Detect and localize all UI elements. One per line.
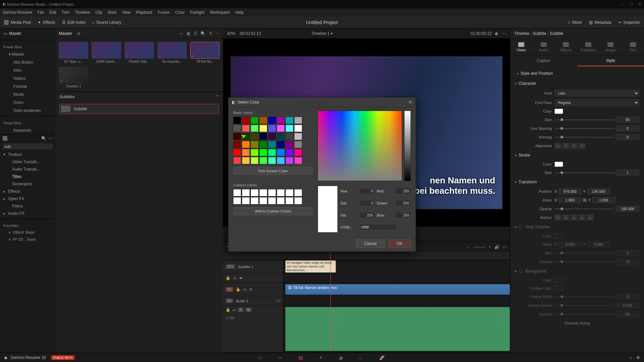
html-input[interactable] [359, 224, 396, 230]
color-swatch[interactable] [277, 133, 285, 140]
a1-track-controls[interactable]: 🔒 ▭ S M 1 Clip [223, 306, 283, 352]
search-icon[interactable]: 🔍 [201, 31, 206, 36]
blue-input[interactable] [395, 212, 411, 218]
disable-icon[interactable]: ⊘ [249, 287, 252, 292]
hue-input[interactable] [359, 188, 375, 194]
color-swatch[interactable] [294, 149, 302, 156]
color-swatch[interactable] [285, 149, 293, 156]
custom-color-slot[interactable] [277, 197, 285, 204]
page-fusion-icon[interactable]: ✦ [319, 355, 325, 360]
tl-zoom-out-icon[interactable]: − [468, 245, 470, 249]
subtitle-track-controls[interactable]: 🔒 ▭ 👁 [223, 274, 283, 283]
menu-trim[interactable]: Trim [62, 10, 70, 15]
character-header[interactable]: Character [510, 78, 644, 88]
fontface-select[interactable]: Regular [554, 99, 639, 106]
media-clip[interactable]: Pexels Vide... [124, 42, 154, 63]
dialog-close-icon[interactable]: ✕ [408, 100, 412, 105]
tl-custom-icon[interactable]: ▭ [503, 245, 506, 249]
a1-track-head[interactable]: A1 Audio 1 2.0 [223, 296, 283, 305]
frame-icon[interactable]: ▭ [243, 287, 247, 292]
tl-volume-icon[interactable]: 🔊 [494, 245, 499, 249]
menu-help[interactable]: Help [235, 10, 244, 15]
toolbox-audiofx[interactable]: Audio FX [0, 210, 55, 217]
menu-edit[interactable]: Edit [49, 10, 56, 15]
master-bin[interactable]: ▭Master [0, 28, 55, 39]
toolbox-root[interactable]: Toolbox [0, 151, 55, 158]
panel-icon[interactable] [3, 136, 7, 141]
inspector-tab-video[interactable]: Video [510, 39, 533, 55]
align-left-button[interactable]: ≡ [554, 143, 561, 149]
subtitle-effect-item[interactable]: Subtitle [59, 104, 219, 114]
cancel-button[interactable]: Cancel [356, 239, 385, 248]
link-icon[interactable]: ⛓ [583, 198, 587, 202]
dropshadow-header[interactable]: Drop Shadow [510, 222, 644, 232]
media-clip[interactable]: 15 Tipps, u... [59, 42, 88, 63]
lock-icon[interactable]: 🔒 [226, 276, 230, 280]
color-swatch[interactable] [268, 141, 276, 148]
color-swatch[interactable] [285, 125, 293, 132]
zoom-y-input[interactable] [592, 197, 615, 203]
custom-color-slot[interactable] [285, 189, 293, 196]
pb-item[interactable]: Videos [0, 74, 55, 82]
val-input[interactable] [359, 212, 375, 218]
pb-master[interactable]: ▾ Master [0, 50, 55, 58]
color-swatch[interactable] [233, 125, 241, 132]
opacity-slider[interactable] [554, 208, 614, 209]
tl-zoom-in-icon[interactable]: + [489, 245, 491, 249]
color-swatch[interactable] [259, 149, 267, 156]
menu-playback[interactable]: Playback [136, 10, 152, 15]
timeline[interactable]: ST1 Subtitle 1 Im heutigen Video zeige i… [223, 252, 510, 353]
color-swatch[interactable] [294, 141, 302, 148]
subtab-caption[interactable]: Caption [510, 56, 577, 66]
color-swatch[interactable] [294, 117, 302, 124]
color-swatch[interactable] [277, 141, 285, 148]
minimize-icon[interactable]: — [621, 2, 624, 6]
pos-x-input[interactable] [558, 188, 582, 194]
edit-index-toggle[interactable]: ☰Edit Index [62, 20, 86, 25]
custom-color-slot[interactable] [268, 197, 276, 204]
color-swatch[interactable] [251, 125, 259, 132]
align-center-button[interactable]: ≡ [562, 143, 569, 149]
menu-workspace[interactable]: Workspace [210, 10, 230, 15]
color-gradient[interactable] [318, 111, 402, 181]
menu-color[interactable]: Color [175, 10, 185, 15]
home-icon[interactable]: ⌂ [629, 355, 632, 360]
menu-clip[interactable]: Clip [95, 10, 102, 15]
color-swatch[interactable] [268, 149, 276, 156]
zoom-level[interactable]: 42% [227, 31, 235, 36]
mute-button[interactable]: M [246, 308, 252, 312]
color-swatch[interactable] [233, 117, 241, 124]
kerning-slider[interactable] [554, 137, 614, 138]
pb-item[interactable]: Intro [0, 66, 55, 74]
menu-resolve[interactable]: DaVinci Resolve [3, 10, 32, 15]
color-swatch[interactable] [285, 157, 293, 164]
color-swatch[interactable] [259, 157, 267, 164]
red-input[interactable] [395, 188, 411, 194]
toolbox-openfx[interactable]: Open FX [0, 195, 55, 202]
lock-icon[interactable]: 🔒 [236, 287, 240, 292]
view-list-icon[interactable]: ☰ [194, 31, 197, 36]
color-swatch[interactable] [259, 125, 267, 132]
color-swatch[interactable] [251, 141, 259, 148]
settings-icon[interactable]: ⚙ [636, 355, 640, 360]
page-deliver-icon[interactable]: 🚀 [379, 355, 386, 360]
custom-color-slot[interactable] [233, 197, 241, 204]
stroke-size-input[interactable] [616, 170, 639, 176]
sb-item[interactable]: Keywords [0, 126, 55, 134]
color-swatch[interactable] [277, 149, 285, 156]
page-media-icon[interactable]: ▭ [258, 355, 265, 360]
more-icon[interactable]: ⋯ [502, 31, 506, 36]
color-swatch[interactable] [242, 117, 250, 124]
linespacing-slider[interactable] [554, 128, 614, 129]
color-swatch[interactable] [242, 149, 250, 156]
frame-icon[interactable]: ▭ [232, 308, 236, 312]
stroke-size-slider[interactable] [554, 172, 614, 173]
pb-item[interactable]: Geld verdienen [0, 107, 55, 115]
solo-button[interactable]: S [238, 308, 244, 312]
sound-library-toggle[interactable]: ♪Sound Library [92, 20, 121, 25]
color-swatch[interactable] [268, 157, 276, 164]
custom-color-slot[interactable] [294, 197, 302, 204]
tl-zoom-slider[interactable]: ——— [473, 245, 485, 249]
pos-y-input[interactable] [587, 188, 610, 194]
transform-header[interactable]: Transform [510, 177, 644, 187]
